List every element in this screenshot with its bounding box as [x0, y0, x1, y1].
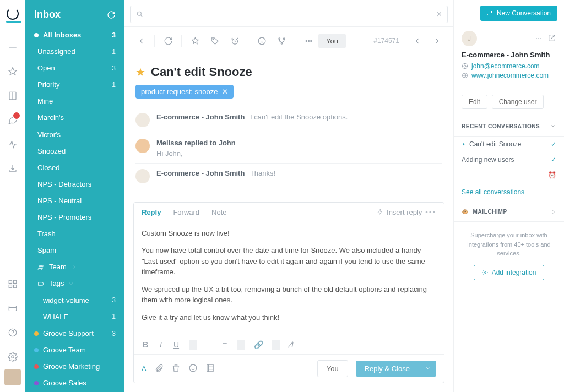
- sidebar-team[interactable]: Team: [25, 259, 124, 275]
- list-ol-icon[interactable]: ≡: [221, 340, 229, 349]
- contact-name: E-commerce - John Smith: [462, 51, 556, 59]
- sidebar-inbox[interactable]: Groove Sales: [25, 375, 124, 391]
- star-filled-icon[interactable]: ★: [135, 67, 145, 78]
- text-color-icon[interactable]: A: [142, 364, 147, 373]
- tab-reply[interactable]: Reply: [142, 208, 161, 216]
- attach-icon[interactable]: [154, 363, 164, 374]
- svg-point-18: [308, 40, 309, 41]
- search-clear-icon[interactable]: ×: [437, 9, 442, 19]
- thread-message[interactable]: E-commerce - John Smith I can't edit the…: [135, 107, 442, 133]
- trash-icon[interactable]: [171, 363, 181, 374]
- download-icon[interactable]: [6, 161, 20, 176]
- branch-icon[interactable]: [272, 31, 291, 50]
- prev-icon[interactable]: [407, 31, 427, 50]
- svg-rect-5: [9, 306, 17, 311]
- search-input[interactable]: ×: [130, 6, 448, 23]
- activity-icon[interactable]: [6, 137, 20, 151]
- italic-icon[interactable]: I: [157, 340, 165, 349]
- sidebar-inbox[interactable]: Groove Marketing: [25, 358, 124, 375]
- sidebar-folder[interactable]: NPS - Detractors: [25, 176, 124, 193]
- compass-icon[interactable]: [6, 64, 20, 79]
- contact-email[interactable]: john@ecommerce.com: [462, 62, 556, 70]
- user-avatar[interactable]: [4, 369, 21, 385]
- sidebar-tag[interactable]: widget-volume3: [25, 292, 124, 309]
- recent-conversation[interactable]: Adding new users✓: [454, 152, 564, 167]
- star-icon[interactable]: [185, 31, 205, 50]
- sidebar-inbox[interactable]: Groove Support3: [25, 325, 124, 342]
- see-all-conversations[interactable]: See all conversations: [454, 183, 564, 202]
- underline-icon[interactable]: U: [172, 340, 180, 349]
- sidebar-folder[interactable]: Closed: [25, 160, 124, 176]
- change-user-button[interactable]: Change user: [492, 95, 544, 109]
- info-icon[interactable]: [252, 31, 272, 50]
- edit-button[interactable]: Edit: [462, 95, 487, 109]
- assignee-self[interactable]: You: [317, 360, 348, 377]
- sidebar-tags[interactable]: Tags: [25, 275, 124, 292]
- reply-close-dropdown[interactable]: [419, 361, 436, 377]
- sidebar-item-label: Groove Support: [43, 328, 94, 340]
- thread-tag[interactable]: product request: snooze ✕: [135, 85, 234, 99]
- sidebar-item-label: Trash: [37, 228, 56, 240]
- sidebar-folder[interactable]: NPS - Promoters: [25, 209, 124, 226]
- logo[interactable]: [7, 8, 19, 20]
- sidebar-folder[interactable]: Mine: [25, 93, 124, 110]
- composer-body[interactable]: Custom Snooze is now live!You now have t…: [134, 222, 444, 335]
- reply-close-button[interactable]: Reply & Close: [356, 361, 419, 377]
- remove-tag-icon[interactable]: ✕: [222, 88, 228, 96]
- sidebar-folder[interactable]: NPS - Neutral: [25, 193, 124, 209]
- contact-website[interactable]: www.johnecommerce.com: [462, 72, 556, 79]
- bold-icon[interactable]: B: [142, 340, 149, 349]
- new-conversation-button[interactable]: New Conversation: [480, 6, 557, 21]
- recent-conversation[interactable]: ⏰: [454, 167, 564, 183]
- link-icon[interactable]: 🔗: [254, 340, 263, 349]
- thread-message[interactable]: Melissa replied to JohnHi John,: [135, 133, 442, 163]
- integration-mailchimp[interactable]: 🐵Mailchimp: [454, 202, 564, 222]
- tab-forward[interactable]: Forward: [173, 208, 199, 216]
- svg-rect-4: [13, 285, 16, 288]
- template-icon[interactable]: [205, 363, 215, 374]
- sidebar-folder[interactable]: Open3: [25, 60, 124, 77]
- clock-icon: ⏰: [548, 171, 556, 179]
- sidebar-folder[interactable]: Marcin's: [25, 110, 124, 126]
- refresh-icon[interactable]: [107, 10, 116, 19]
- sidebar-folder[interactable]: Trash: [25, 226, 124, 242]
- more-icon[interactable]: [299, 31, 318, 50]
- sidebar-folder[interactable]: Snoozed: [25, 143, 124, 160]
- svg-point-24: [484, 271, 486, 273]
- grid-icon[interactable]: [6, 277, 20, 291]
- refresh-icon[interactable]: [158, 31, 178, 50]
- recent-conversations-header[interactable]: Recent Conversations: [454, 116, 564, 137]
- thread-message[interactable]: E-commerce - John Smith Thanks!: [135, 163, 442, 189]
- tab-note[interactable]: Note: [212, 208, 226, 216]
- card-icon[interactable]: [6, 301, 20, 315]
- search-field[interactable]: [148, 10, 437, 19]
- gear-icon[interactable]: [6, 350, 20, 364]
- open-contact-icon[interactable]: [547, 34, 556, 44]
- contact-more-icon[interactable]: ⋯: [535, 35, 542, 42]
- clear-format-icon[interactable]: I̸: [289, 340, 296, 349]
- insert-reply[interactable]: Insert reply: [387, 208, 422, 216]
- emoji-icon[interactable]: [188, 363, 198, 374]
- add-integration-button[interactable]: Add integration: [474, 265, 545, 280]
- back-icon[interactable]: [131, 31, 151, 50]
- composer-more-icon[interactable]: •••: [425, 208, 436, 216]
- sidebar-all-inboxes[interactable]: All Inboxes 3: [25, 27, 124, 43]
- sidebar-inbox[interactable]: Groove Team: [25, 342, 124, 358]
- thread-title: Can't edit Snooze: [151, 65, 252, 79]
- sidebar-folder[interactable]: Unassigned1: [25, 43, 124, 60]
- book-icon[interactable]: [6, 89, 20, 103]
- sidebar-folder[interactable]: Priority1: [25, 77, 124, 93]
- sidebar-folder[interactable]: Spam: [25, 242, 124, 259]
- sidebar-tag[interactable]: WHALE1: [25, 309, 124, 325]
- tag-icon[interactable]: [205, 31, 225, 50]
- list-ul-icon[interactable]: ≣: [205, 340, 213, 349]
- help-icon[interactable]: [6, 325, 20, 340]
- assignee-pill[interactable]: You: [318, 34, 346, 48]
- chat-icon[interactable]: [6, 113, 20, 127]
- hamburger-icon[interactable]: [6, 40, 20, 55]
- ticket-number: #174571: [373, 37, 399, 45]
- sidebar-folder[interactable]: Victor's: [25, 127, 124, 143]
- next-icon[interactable]: [427, 31, 447, 50]
- snooze-icon[interactable]: [225, 31, 245, 50]
- recent-conversation[interactable]: Can't edit Snooze✓: [454, 137, 564, 152]
